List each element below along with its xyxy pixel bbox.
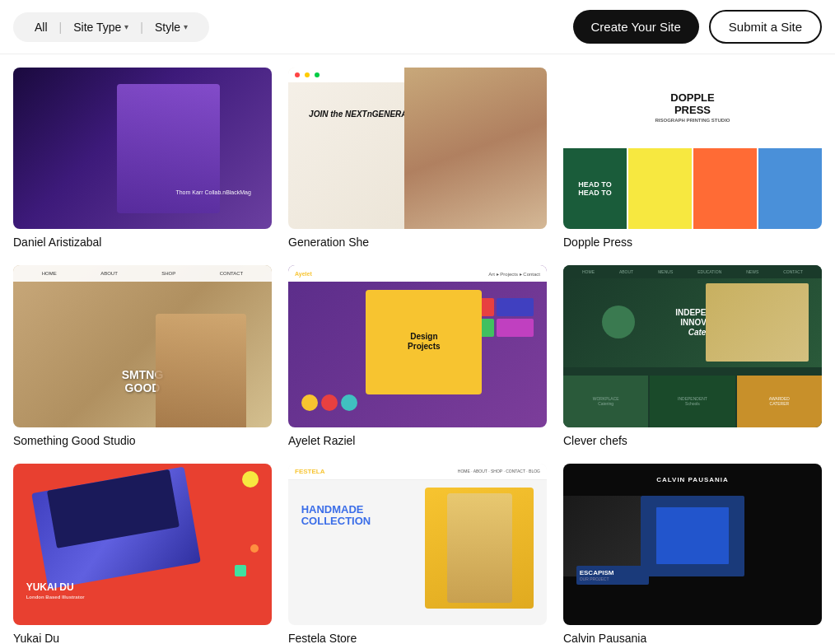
yukai-screen — [47, 469, 180, 548]
card-calvin: CALVIN PAUSANIA ESCAPISM OUR PROJECT Cal… — [563, 464, 822, 645]
card-label-chefs: Clever chefs — [563, 434, 822, 447]
filter-bar: All | Site Type ▾ | Style ▾ — [13, 12, 209, 42]
dot-green — [315, 72, 320, 77]
calvin-screen — [656, 507, 729, 564]
header-buttons: Create Your Site Submit a Site — [573, 10, 822, 44]
chefs-nav: HOME ABOUT MENUS EDUCATION NEWS CONTACT — [563, 265, 822, 278]
filter-style[interactable]: Style ▾ — [147, 17, 196, 37]
card-label-ayelet: Ayelet Raziel — [288, 434, 547, 447]
card-label-festela: Festela Store — [288, 632, 547, 644]
card-label-daniel: Daniel Aristizabal — [13, 236, 272, 249]
submit-site-button[interactable]: Submit a Site — [709, 10, 822, 44]
card-image-daniel[interactable] — [13, 68, 272, 229]
ayelet-design-box: DesignProjects — [366, 290, 482, 395]
chefs-box-1: WORKPLACECatering — [563, 376, 648, 427]
card-image-chefs[interactable]: HOME ABOUT MENUS EDUCATION NEWS CONTACT … — [563, 265, 822, 427]
chevron-down-icon-2: ▾ — [184, 22, 188, 31]
festela-product — [425, 488, 534, 609]
chefs-food-image — [706, 283, 809, 362]
separator-1: | — [56, 21, 66, 34]
separator-2: | — [137, 21, 147, 34]
filter-style-label: Style — [155, 21, 180, 34]
card-image-yukai[interactable]: YUKAI DU London Based Illustrator — [13, 464, 272, 625]
escapism-sub: OUR PROJECT — [580, 576, 646, 581]
dopple-colors: HEAD TOHEAD TO — [563, 148, 822, 229]
ayelet-logo: Ayelet — [295, 271, 312, 277]
card-label-calvin: Calvin Pausania — [563, 632, 822, 644]
ayelet-top-bar: Ayelet Art ▸ Projects ▸ Contact — [288, 265, 547, 282]
card-label-generation: Generation She — [288, 236, 547, 249]
chefs-box-2: INDEPENDENTSchools — [650, 376, 735, 427]
card-label-smtng: Something Good Studio — [13, 434, 272, 447]
chevron-down-icon: ▾ — [124, 22, 128, 31]
calvin-name-text: CALVIN PAUSANIA — [656, 476, 729, 483]
yukai-deco-sun — [242, 471, 259, 488]
card-yukai: YUKAI DU London Based Illustrator Yukai … — [13, 464, 272, 645]
dopple-title: DOPPLEPRESS RISOGRAPH PRINTING STUDIO — [655, 92, 730, 123]
yukai-deco-circle — [250, 544, 259, 553]
yukai-deco-box — [235, 565, 246, 576]
smtng-person — [156, 314, 246, 427]
card-dopple: DOPPLEPRESS RISOGRAPH PRINTING STUDIO HE… — [563, 68, 822, 249]
card-image-generation[interactable] — [288, 68, 547, 229]
sites-grid: Daniel Aristizabal Generation She DOPPLE… — [0, 54, 835, 644]
card-festela: FESTELA HOME · ABOUT · SHOP · CONTACT · … — [288, 464, 547, 645]
dopple-top: DOPPLEPRESS RISOGRAPH PRINTING STUDIO — [563, 68, 822, 148]
dopple-color-orange — [693, 148, 757, 229]
festela-person-figure — [447, 493, 512, 602]
card-generation: Generation She — [288, 68, 547, 249]
ayelet-circle-red — [321, 394, 338, 411]
festela-logo: FESTELA — [295, 468, 324, 475]
card-daniel: Daniel Aristizabal — [13, 68, 272, 249]
ayelet-circle-yellow — [301, 394, 318, 411]
card-image-smtng[interactable]: HOME ABOUT SHOP CONTACT SMTNGGOOD — [13, 265, 272, 427]
card-smtng: HOME ABOUT SHOP CONTACT SMTNGGOOD Someth… — [13, 265, 272, 446]
generation-photo — [404, 68, 547, 229]
yukai-name-text: YUKAI DU London Based Illustrator — [26, 581, 85, 600]
card-image-dopple[interactable]: DOPPLEPRESS RISOGRAPH PRINTING STUDIO HE… — [563, 68, 822, 229]
dot-yellow — [305, 72, 310, 77]
yukai-laptop — [32, 467, 202, 590]
filter-site-type-label: Site Type — [73, 21, 121, 34]
filter-site-type[interactable]: Site Type ▾ — [65, 17, 137, 37]
festela-top-bar: FESTELA HOME · ABOUT · SHOP · CONTACT · … — [288, 464, 547, 480]
ayelet-thumb-2 — [497, 298, 534, 316]
ayelet-circle-teal — [341, 394, 357, 411]
header: All | Site Type ▾ | Style ▾ Create Your … — [0, 0, 835, 54]
card-image-festela[interactable]: FESTELA HOME · ABOUT · SHOP · CONTACT · … — [288, 464, 547, 625]
card-chefs: HOME ABOUT MENUS EDUCATION NEWS CONTACT … — [563, 265, 822, 446]
chefs-main: INDEPENDENTINNOVATIVECaterers — [563, 278, 822, 367]
smtng-nav: HOME ABOUT SHOP CONTACT — [13, 265, 272, 282]
filter-all[interactable]: All — [26, 17, 56, 37]
calvin-blue-box — [641, 496, 744, 576]
ayelet-thumb-4 — [497, 319, 534, 337]
dot-red — [295, 72, 300, 77]
card-image-calvin[interactable]: CALVIN PAUSANIA ESCAPISM OUR PROJECT — [563, 464, 822, 625]
card-label-dopple: Dopple Press — [563, 236, 822, 249]
dopple-color-blue — [758, 148, 822, 229]
festela-title: HANDMADECOLLECTION — [301, 504, 371, 528]
calvin-escapism-box: ESCAPISM OUR PROJECT — [576, 566, 649, 585]
dopple-color-green: HEAD TOHEAD TO — [563, 148, 627, 229]
chefs-bottom: WORKPLACECatering INDEPENDENTSchools AWA… — [563, 376, 822, 427]
dopple-color-yellow — [628, 148, 692, 229]
create-site-button[interactable]: Create Your Site — [573, 10, 699, 44]
escapism-label: ESCAPISM — [580, 569, 646, 576]
chefs-circle — [602, 306, 635, 338]
calvin-left-panel — [563, 496, 641, 576]
chefs-box-3: AWARDEDCATERER — [737, 376, 822, 427]
card-image-ayelet[interactable]: Ayelet Art ▸ Projects ▸ Contact DesignPr… — [288, 265, 547, 427]
card-label-yukai: Yukai Du — [13, 632, 272, 644]
ayelet-circles — [301, 394, 357, 411]
card-ayelet: Ayelet Art ▸ Projects ▸ Contact DesignPr… — [288, 265, 547, 446]
